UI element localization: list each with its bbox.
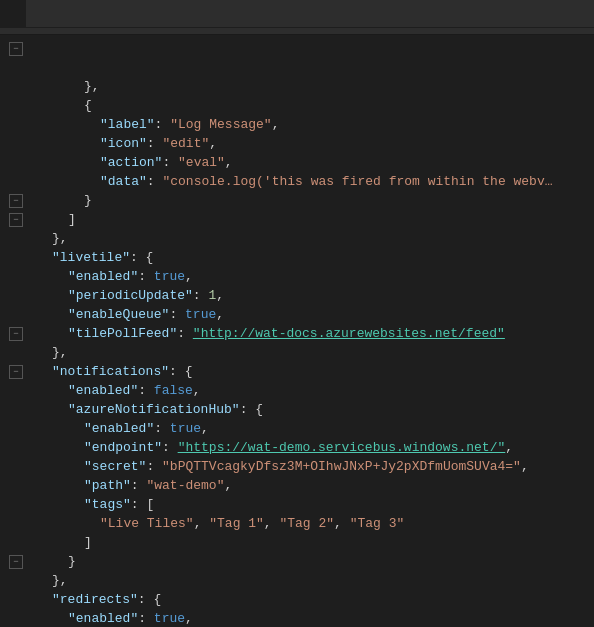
token-p: , xyxy=(209,134,217,153)
editor-area: −−−−−−−− },{"label": "Log Message","icon… xyxy=(0,35,594,627)
gutter-row xyxy=(9,590,23,609)
token-s: "Tag 3" xyxy=(350,514,405,533)
code-line: "label": "Log Message", xyxy=(36,115,594,134)
gutter-row: − xyxy=(9,552,23,571)
token-s: "edit" xyxy=(162,134,209,153)
token-s: "Tag 2" xyxy=(279,514,334,533)
token-k: "enabled" xyxy=(84,419,154,438)
code-line: }, xyxy=(36,77,594,96)
token-k: "redirects" xyxy=(52,590,138,609)
gutter-spacer xyxy=(9,153,23,172)
gutter-row xyxy=(9,134,23,153)
gutter-row xyxy=(9,77,23,96)
token-k: "tilePollFeed" xyxy=(68,324,177,343)
gutter-spacer xyxy=(9,400,23,419)
token-p: : xyxy=(131,476,147,495)
token-p: ] xyxy=(84,533,92,552)
token-p: , xyxy=(272,115,280,134)
code-line: "enabled": true, xyxy=(36,609,594,627)
token-s: "eval" xyxy=(178,153,225,172)
gutter-spacer xyxy=(9,419,23,438)
gutter-row xyxy=(9,457,23,476)
token-p: : xyxy=(146,457,162,476)
token-k: "enabled" xyxy=(68,609,138,627)
code-line: "data": "console.log('this was fired fro… xyxy=(36,172,594,191)
fold-button[interactable]: − xyxy=(9,194,23,208)
gutter-row xyxy=(9,286,23,305)
gutter-spacer xyxy=(9,229,23,248)
fold-button[interactable]: − xyxy=(9,327,23,341)
code-line: "action": "eval", xyxy=(36,153,594,172)
gutter: −−−−−−−− xyxy=(0,39,32,627)
code-line: }, xyxy=(36,229,594,248)
token-p: : { xyxy=(169,362,192,381)
token-p: ] xyxy=(68,210,76,229)
gutter-row xyxy=(9,514,23,533)
token-k: "notifications" xyxy=(52,362,169,381)
tab-bar xyxy=(0,0,594,28)
gutter-spacer xyxy=(9,590,23,609)
token-p: } xyxy=(68,552,76,571)
token-k: "icon" xyxy=(100,134,147,153)
code-line: ] xyxy=(36,210,594,229)
token-p: : xyxy=(177,324,193,343)
code-line: "livetile": { xyxy=(36,248,594,267)
code-line: ] xyxy=(36,533,594,552)
token-b: true xyxy=(185,305,216,324)
gutter-row: − xyxy=(9,324,23,343)
gutter-row xyxy=(9,58,23,77)
token-p: : xyxy=(162,438,178,457)
gutter-row xyxy=(9,96,23,115)
token-p: , xyxy=(216,305,224,324)
token-k: "enabled" xyxy=(68,267,138,286)
token-p: , xyxy=(334,514,350,533)
fold-button[interactable]: − xyxy=(9,213,23,227)
token-p: : xyxy=(162,153,178,172)
token-p: , xyxy=(185,267,193,286)
fold-button[interactable]: − xyxy=(9,365,23,379)
token-p: : xyxy=(155,115,171,134)
gutter-row xyxy=(9,438,23,457)
editor-window: −−−−−−−− },{"label": "Log Message","icon… xyxy=(0,0,594,627)
gutter-spacer xyxy=(9,438,23,457)
gutter-spacer xyxy=(9,609,23,627)
token-k: "path" xyxy=(84,476,131,495)
token-p: , xyxy=(521,457,529,476)
gutter-row xyxy=(9,305,23,324)
gutter-row: − xyxy=(9,39,23,58)
gutter-row xyxy=(9,609,23,627)
token-s: "Log Message" xyxy=(170,115,271,134)
code-line: "azureNotificationHub": { xyxy=(36,400,594,419)
token-k: "enabled" xyxy=(68,381,138,400)
fold-button[interactable]: − xyxy=(9,555,23,569)
gutter-spacer xyxy=(9,286,23,305)
token-p: : xyxy=(154,419,170,438)
token-b: true xyxy=(170,419,201,438)
token-s: "console.log('this was fired from within… xyxy=(162,172,552,191)
gutter-row: − xyxy=(9,191,23,210)
code-line: "tags": [ xyxy=(36,495,594,514)
code-lines: },{"label": "Log Message","icon": "edit"… xyxy=(32,39,594,627)
token-b: true xyxy=(154,609,185,627)
token-p: } xyxy=(84,191,92,210)
token-p: }, xyxy=(52,229,68,248)
gutter-spacer xyxy=(9,77,23,96)
token-p: }, xyxy=(84,77,100,96)
code-line: "enabled": true, xyxy=(36,419,594,438)
token-k: "periodicUpdate" xyxy=(68,286,193,305)
token-p: : xyxy=(193,286,209,305)
fold-button[interactable]: − xyxy=(9,42,23,56)
gutter-row xyxy=(9,400,23,419)
token-k: "action" xyxy=(100,153,162,172)
code-line: "icon": "edit", xyxy=(36,134,594,153)
token-k: "azureNotificationHub" xyxy=(68,400,240,419)
editor-tab[interactable] xyxy=(0,0,27,27)
token-k: "label" xyxy=(100,115,155,134)
token-p: : xyxy=(147,172,163,191)
token-s: "wat-demo" xyxy=(146,476,224,495)
token-p: : { xyxy=(138,590,161,609)
gutter-row xyxy=(9,153,23,172)
token-b: true xyxy=(154,267,185,286)
gutter-row xyxy=(9,229,23,248)
gutter-row xyxy=(9,343,23,362)
